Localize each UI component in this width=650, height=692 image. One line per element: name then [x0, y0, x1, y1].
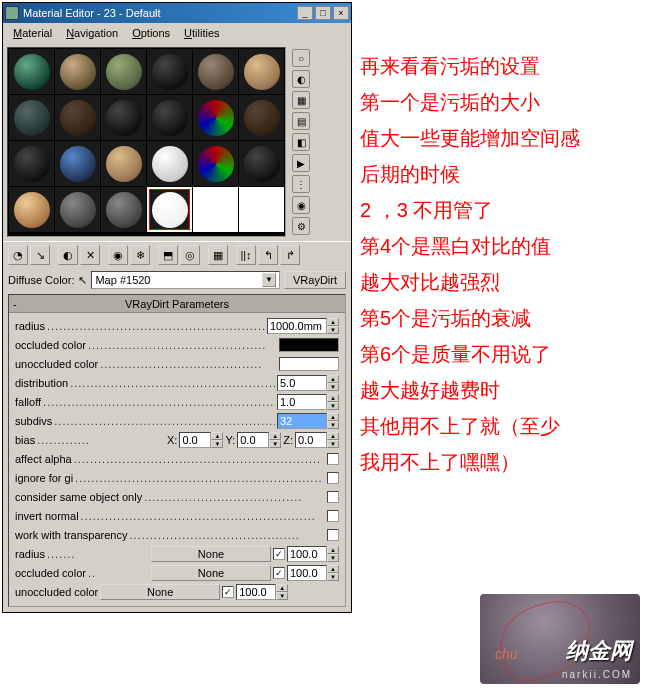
nav-parent-icon[interactable]: ↰ — [258, 245, 278, 265]
show-end-icon[interactable]: ||↕ — [236, 245, 256, 265]
material-slot[interactable] — [55, 141, 100, 186]
material-slot[interactable] — [55, 49, 100, 94]
panel-header[interactable]: - VRayDirt Parameters — [9, 295, 345, 313]
occluded-map-spinner[interactable]: ▲▼ — [287, 565, 339, 581]
transparency-checkbox[interactable] — [327, 529, 339, 541]
assign-icon[interactable]: ◐ — [58, 245, 78, 265]
map-row: Diffuse Color: ↖ Map #1520 ▼ VRayDirt — [3, 268, 351, 292]
unoccluded-map-checkbox[interactable]: ✓ — [222, 586, 234, 598]
spin-down-icon[interactable]: ▼ — [327, 326, 339, 334]
material-slot[interactable] — [193, 141, 238, 186]
material-slot[interactable] — [147, 95, 192, 140]
material-slot[interactable] — [193, 49, 238, 94]
material-slot[interactable] — [239, 95, 284, 140]
sample-type-icon[interactable]: ○ — [292, 49, 310, 67]
radius-spinner[interactable]: ▲▼ — [267, 318, 339, 334]
material-slot[interactable] — [9, 95, 54, 140]
spin-up-icon[interactable]: ▲ — [327, 394, 339, 402]
backlight-icon[interactable]: ◐ — [292, 70, 310, 88]
menu-options[interactable]: Options — [126, 25, 176, 41]
eyedropper-icon[interactable]: ↖ — [78, 274, 87, 287]
spin-up-icon[interactable]: ▲ — [327, 375, 339, 383]
material-slot[interactable] — [147, 141, 192, 186]
close-button[interactable]: × — [333, 6, 349, 20]
background-icon[interactable]: ▦ — [292, 91, 310, 109]
same-object-checkbox[interactable] — [327, 491, 339, 503]
material-slot-selected[interactable] — [147, 187, 192, 232]
occluded-map-checkbox[interactable]: ✓ — [273, 567, 285, 579]
material-slot[interactable] — [55, 95, 100, 140]
menu-navigation[interactable]: Navigation — [60, 25, 124, 41]
radius-map-button[interactable]: None — [151, 546, 271, 562]
material-slot[interactable] — [193, 95, 238, 140]
falloff-input[interactable] — [277, 394, 327, 410]
radius-map-input[interactable] — [287, 546, 327, 562]
material-slot[interactable] — [239, 49, 284, 94]
material-slot[interactable] — [9, 141, 54, 186]
bias-z-spinner[interactable]: ▲▼ — [295, 432, 339, 448]
spin-up-icon[interactable]: ▲ — [327, 318, 339, 326]
radius-input[interactable] — [267, 318, 327, 334]
spin-down-icon[interactable]: ▼ — [327, 421, 339, 429]
put-lib-icon[interactable]: ⬒ — [158, 245, 178, 265]
material-slot[interactable] — [9, 49, 54, 94]
video-color-icon[interactable]: ◧ — [292, 133, 310, 151]
material-slot[interactable] — [101, 141, 146, 186]
bias-y-spinner[interactable]: ▲▼ — [237, 432, 281, 448]
material-slot[interactable] — [9, 187, 54, 232]
material-slot[interactable] — [193, 187, 238, 232]
material-slot[interactable] — [55, 187, 100, 232]
options-icon[interactable]: ⋮ — [292, 175, 310, 193]
bias-x-spinner[interactable]: ▲▼ — [179, 432, 223, 448]
reset-icon[interactable]: ✕ — [80, 245, 100, 265]
unoccluded-color-swatch[interactable] — [279, 357, 339, 371]
eyedrop-icon[interactable]: ⚙ — [292, 217, 310, 235]
invert-normal-checkbox[interactable] — [327, 510, 339, 522]
get-material-icon[interactable]: ◔ — [8, 245, 28, 265]
subdivs-spinner[interactable]: ▲▼ — [277, 413, 339, 429]
falloff-spinner[interactable]: ▲▼ — [277, 394, 339, 410]
unoccluded-map-button[interactable]: None — [100, 584, 220, 600]
minimize-button[interactable]: _ — [297, 6, 313, 20]
bias-x-input[interactable] — [179, 432, 211, 448]
affect-alpha-checkbox[interactable] — [327, 453, 339, 465]
dropdown-arrow-icon[interactable]: ▼ — [262, 273, 276, 287]
bias-y-input[interactable] — [237, 432, 269, 448]
map-name-combo[interactable]: Map #1520 ▼ — [91, 271, 280, 289]
material-slot[interactable] — [147, 49, 192, 94]
select-by-icon[interactable]: ◉ — [292, 196, 310, 214]
occluded-color-swatch[interactable] — [279, 338, 339, 352]
copy-icon[interactable]: ◉ — [108, 245, 128, 265]
unoccluded-map-input[interactable] — [236, 584, 276, 600]
material-slot[interactable] — [101, 187, 146, 232]
make-unique-icon[interactable]: ❄ — [130, 245, 150, 265]
spin-up-icon[interactable]: ▲ — [327, 413, 339, 421]
make-preview-icon[interactable]: ▶ — [292, 154, 310, 172]
subdivs-input[interactable] — [277, 413, 327, 429]
show-map-icon[interactable]: ▦ — [208, 245, 228, 265]
distribution-spinner[interactable]: ▲▼ — [277, 375, 339, 391]
spin-down-icon[interactable]: ▼ — [327, 383, 339, 391]
material-slot[interactable] — [239, 141, 284, 186]
put-material-icon[interactable]: ↘ — [30, 245, 50, 265]
panel-collapse-icon[interactable]: - — [13, 298, 25, 310]
map-type-button[interactable]: VRayDirt — [284, 271, 346, 289]
ignore-gi-checkbox[interactable] — [327, 472, 339, 484]
sample-uv-icon[interactable]: ▤ — [292, 112, 310, 130]
menu-material[interactable]: MMaterialaterial — [7, 25, 58, 41]
material-slot[interactable] — [101, 95, 146, 140]
occluded-map-button[interactable]: None — [151, 565, 271, 581]
occluded-map-input[interactable] — [287, 565, 327, 581]
bias-z-input[interactable] — [295, 432, 327, 448]
spin-down-icon[interactable]: ▼ — [327, 402, 339, 410]
material-slot[interactable] — [101, 49, 146, 94]
restore-button[interactable]: □ — [315, 6, 331, 20]
nav-sibling-icon[interactable]: ↱ — [280, 245, 300, 265]
radius-map-spinner[interactable]: ▲▼ — [287, 546, 339, 562]
radius-map-checkbox[interactable]: ✓ — [273, 548, 285, 560]
unoccluded-map-spinner[interactable]: ▲▼ — [236, 584, 288, 600]
mat-effects-icon[interactable]: ◎ — [180, 245, 200, 265]
distribution-input[interactable] — [277, 375, 327, 391]
menu-utilities[interactable]: Utilities — [178, 25, 225, 41]
material-slot[interactable] — [239, 187, 284, 232]
